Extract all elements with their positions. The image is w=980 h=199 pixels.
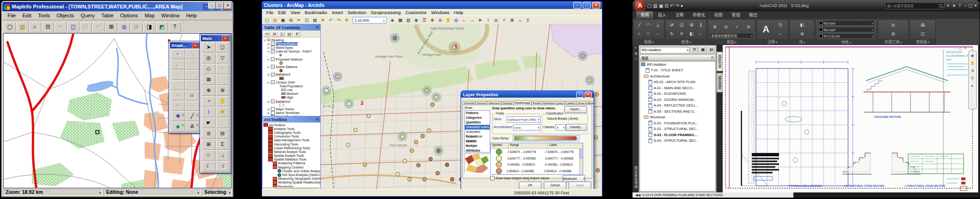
toc-layer-row[interactable]: ⊞ MainsTypes [262, 46, 320, 49]
menu-item[interactable]: Geoprocessing [368, 10, 403, 15]
main-tool-button[interactable]: ◨ [216, 161, 230, 171]
draw-tool-icon[interactable]: ○ [638, 31, 640, 36]
infocenter-button[interactable]: ★ [952, 3, 956, 8]
toolbar-button[interactable]: Σ [525, 17, 532, 23]
main-tool-button[interactable]: ◔ [202, 96, 216, 107]
layer-checkbox[interactable] [271, 100, 275, 103]
modify-tool-icon[interactable]: ⊞ [690, 23, 694, 27]
modify-tool-icon[interactable]: ∥ [700, 23, 702, 27]
layer-checkbox[interactable] [271, 80, 275, 84]
toolbar-button[interactable]: ➤ [477, 17, 484, 23]
layer-tool-icon[interactable]: ⊘ [747, 24, 750, 29]
panel-titlebar[interactable]: ArcToolbox ✕ [262, 116, 320, 122]
text-tool-icon[interactable]: A [763, 24, 769, 35]
layer-checkbox[interactable] [271, 111, 275, 115]
steering-wheel-icon[interactable]: ◉ [971, 54, 974, 58]
main-tool-button[interactable]: ◧ [202, 161, 216, 171]
toolbar-button[interactable]: ✂ [54, 22, 67, 33]
toc-layer-row[interactable]: Low [262, 88, 320, 92]
qat-button[interactable]: ▾ [681, 3, 683, 8]
class-row[interactable]: 0.594514 - 2.040986 0.594514 - 2.040986 [491, 168, 583, 175]
block-tool-icon[interactable]: ⊕ [800, 31, 804, 36]
main-tool-button[interactable]: ⊖ [216, 85, 230, 96]
search-icon[interactable] [939, 4, 942, 8]
renderer-option[interactable]: Proportional symbols [465, 134, 490, 139]
sheetset-button[interactable]: ▤ [708, 46, 715, 54]
toc-layer-row[interactable] [262, 77, 320, 80]
renderer-option[interactable]: Categories [465, 115, 490, 120]
sheet-row[interactable]: AS-01 - ARCH SITE PLAN [640, 79, 715, 85]
panel-label[interactable]: 绘图 [634, 39, 664, 44]
clipboard-tool-icon[interactable]: ◫ [921, 31, 925, 36]
class-row[interactable]: -3.694777 - -0.490962 -3.694777 - -0.490… [491, 155, 583, 162]
mdi-close-button[interactable]: ✕ [224, 2, 231, 9]
classes-combo[interactable]: 5 [556, 124, 566, 130]
main-tool-button[interactable]: ❖ [216, 107, 230, 117]
main-tool-button[interactable]: ⊠ [202, 75, 216, 85]
ribbon-tab[interactable]: 视图 [710, 11, 727, 19]
status-zoom[interactable]: Zoom: 18.92 km [3, 189, 102, 196]
main-tool-button[interactable]: ◇ [202, 64, 216, 74]
layer-checkbox[interactable] [271, 50, 275, 54]
zoom-icon[interactable]: ⊕ [971, 69, 974, 73]
toc-layer-row[interactable]: Medium [262, 92, 320, 96]
menu-item[interactable]: Objects [53, 13, 77, 18]
list-by-source-icon[interactable]: ⊞ [271, 31, 278, 37]
toc-layer-row[interactable]: ⊞ Alarm Territories [262, 111, 320, 115]
menu-item[interactable]: Windows [429, 10, 452, 15]
infocenter-button[interactable]: ✶ [946, 3, 950, 8]
toolbox-item[interactable]: Network Analyst Tools [262, 150, 320, 153]
toc-layer-row[interactable]: ⊟ Calls for Service - Feb07 [262, 50, 320, 54]
expander-icon[interactable]: ⊞ [267, 107, 270, 111]
property-combo[interactable]: ByLayer [818, 20, 875, 26]
expander-icon[interactable]: ⊟ [267, 81, 270, 84]
menu-item[interactable]: Map [141, 13, 158, 18]
qat-button[interactable]: ↷ [675, 3, 679, 8]
block-tool-icon[interactable]: ◧ [800, 23, 804, 27]
menu-item[interactable]: Table [98, 13, 117, 18]
drawing-tool-button[interactable]: △ [171, 70, 185, 80]
panel-label[interactable]: 注释 [757, 39, 788, 44]
toc-layer-row[interactable]: ⊞ Battalion3 [262, 73, 320, 77]
renderer-option[interactable]: Graduated colors [465, 125, 490, 130]
drawing-tool-button[interactable]: ◆ [171, 122, 185, 131]
expander-icon[interactable]: ⊟ [263, 38, 266, 42]
ribbon-tab[interactable]: 管理 [727, 11, 744, 19]
sheet-row[interactable]: Structural [640, 115, 715, 121]
toolbar-button[interactable]: ▣ [279, 17, 286, 23]
toolbar-button[interactable]: → [469, 17, 476, 23]
toolbar-button[interactable]: ⊕ [429, 17, 436, 23]
menu-item[interactable]: Options [117, 13, 141, 18]
draw-tool-icon[interactable]: □ [647, 31, 649, 36]
drawing-tool-button[interactable]: ✛ [171, 101, 185, 111]
palette-titlebar[interactable]: Drawi... ✕ [170, 42, 200, 48]
expander-icon[interactable]: ⊟ [267, 50, 270, 53]
toc-layer-row[interactable]: ⊟ Proposed Stations [262, 57, 320, 61]
drawing-tool-button[interactable]: ╲ [185, 49, 200, 59]
toolbar-button[interactable]: ↶ [327, 17, 334, 23]
class-row[interactable]: -7.626674 - -3.694778 -7.626674 - -3.694… [491, 149, 583, 155]
ribbon-tab[interactable]: 常用 [636, 11, 653, 19]
toolbar-button[interactable]: ◉ [413, 17, 420, 23]
list-by-selection-icon[interactable]: ▤ [286, 31, 293, 37]
toc-layer-row[interactable]: Total Population [262, 84, 320, 88]
mdi-minimize-button[interactable]: – [208, 2, 216, 9]
classify-button[interactable]: Classify... [566, 124, 586, 131]
menu-item[interactable]: Bookmarks [302, 10, 330, 15]
range-column-header[interactable]: Range [509, 143, 548, 148]
modify-tool-icon[interactable]: ⇄ [670, 23, 674, 27]
renderer-option[interactable]: Features [465, 111, 490, 115]
layer-checkbox[interactable] [271, 73, 275, 77]
maximize-button[interactable]: ▢ [583, 2, 591, 8]
main-tool-button[interactable]: ◪ [216, 150, 230, 161]
palette-titlebar[interactable]: Main ✕ [201, 35, 230, 41]
drawing-tool-button[interactable]: □ [171, 80, 185, 90]
clipboard-tool-icon[interactable]: ▤ [921, 23, 925, 27]
close-button[interactable]: ✕ [592, 2, 600, 8]
toolbar-button[interactable]: ▨ [16, 22, 29, 33]
orbit-icon[interactable]: ↻ [971, 76, 974, 80]
toolbar-button[interactable]: ← [461, 17, 468, 23]
main-tool-button[interactable]: ✋ [216, 96, 230, 107]
cancel-button[interactable]: Cancel [544, 182, 566, 190]
close-button[interactable]: ✕ [973, 3, 977, 8]
